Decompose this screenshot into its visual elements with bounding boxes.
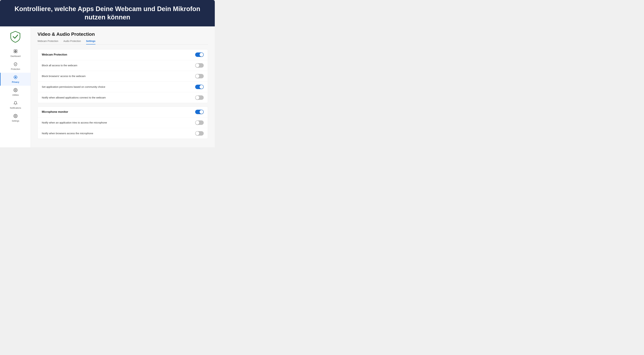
- svg-rect-1: [16, 50, 17, 51]
- protection-icon: [14, 62, 18, 67]
- microphone-monitor-label: Microphone monitor: [42, 110, 68, 113]
- shield-logo: [10, 31, 21, 42]
- top-banner: Kontrolliere, welche Apps Deine Webcam u…: [0, 0, 215, 26]
- webcam-section: Webcam Protection Block all access to th…: [38, 49, 208, 103]
- setting-row-webcam-protection: Webcam Protection: [38, 49, 208, 60]
- utilities-icon: [14, 88, 18, 93]
- notify-webcam-label: Notify when allowed applications connect…: [42, 96, 106, 99]
- main-content: Video & Audio Protection Webcam Protecti…: [31, 26, 215, 147]
- settings-icon: [14, 114, 18, 119]
- webcam-protection-toggle[interactable]: [195, 52, 204, 57]
- notify-browsers-mic-toggle[interactable]: [195, 131, 204, 136]
- block-all-webcam-toggle[interactable]: [195, 63, 204, 68]
- block-browsers-webcam-toggle[interactable]: [195, 74, 204, 78]
- setting-row-notify-webcam: Notify when allowed applications connect…: [38, 92, 208, 103]
- sidebar-item-dashboard[interactable]: Dashboard: [0, 47, 30, 60]
- sidebar-item-utilities[interactable]: Utilities: [0, 86, 30, 99]
- sidebar-item-settings[interactable]: Settings: [0, 112, 30, 124]
- svg-point-6: [15, 115, 16, 116]
- setting-row-microphone-monitor: Microphone monitor: [38, 107, 208, 117]
- setting-row-community-choice: Set application permissions based on com…: [38, 82, 208, 92]
- privacy-icon: [14, 75, 18, 80]
- sidebar-item-label: Dashboard: [10, 55, 21, 57]
- community-choice-label: Set application permissions based on com…: [42, 85, 105, 88]
- tab-settings[interactable]: Settings: [86, 40, 96, 44]
- microphone-section: Microphone monitor Notify when an applic…: [38, 106, 208, 139]
- notify-webcam-toggle[interactable]: [195, 95, 204, 100]
- community-choice-toggle[interactable]: [195, 85, 204, 89]
- app-container: Dashboard Protection Privacy: [0, 26, 215, 147]
- dashboard-icon: [14, 49, 18, 54]
- tab-audio-protection[interactable]: Audio Protection: [64, 40, 81, 44]
- webcam-protection-label: Webcam Protection: [42, 53, 67, 56]
- setting-row-notify-mic-access: Notify when an application tries to acce…: [38, 117, 208, 128]
- setting-row-notify-browsers-mic: Notify when browsers access the micropho…: [38, 128, 208, 139]
- tab-bar: Webcam Protection Audio Protection Setti…: [38, 40, 208, 44]
- notifications-icon: [14, 101, 18, 106]
- block-browsers-webcam-label: Block browsers' access to the webcam: [42, 75, 86, 77]
- block-all-webcam-label: Block all access to the webcam: [42, 64, 77, 67]
- sidebar-item-label: Settings: [12, 120, 19, 122]
- svg-rect-2: [14, 51, 15, 53]
- sidebar-item-protection[interactable]: Protection: [0, 60, 30, 73]
- svg-point-5: [15, 90, 16, 91]
- sidebar-item-privacy[interactable]: Privacy: [0, 73, 30, 86]
- microphone-monitor-toggle[interactable]: [195, 110, 204, 114]
- setting-row-block-all-webcam: Block all access to the webcam: [38, 60, 208, 71]
- svg-point-4: [15, 77, 16, 78]
- sidebar-item-label: Notifications: [10, 107, 21, 109]
- svg-rect-3: [16, 51, 17, 53]
- page-title: Video & Audio Protection: [38, 31, 208, 37]
- sidebar: Dashboard Protection Privacy: [0, 26, 31, 147]
- notify-mic-access-toggle[interactable]: [195, 120, 204, 125]
- setting-row-block-browsers-webcam: Block browsers' access to the webcam: [38, 71, 208, 82]
- sidebar-item-label: Protection: [11, 68, 20, 70]
- notify-browsers-mic-label: Notify when browsers access the micropho…: [42, 132, 93, 135]
- tab-webcam-protection[interactable]: Webcam Protection: [38, 40, 58, 44]
- notify-mic-access-label: Notify when an application tries to acce…: [42, 121, 107, 124]
- svg-rect-0: [14, 50, 15, 51]
- sidebar-item-label: Privacy: [12, 81, 19, 83]
- sidebar-item-notifications[interactable]: Notifications: [0, 99, 30, 112]
- logo-area: [8, 30, 22, 43]
- sidebar-item-label: Utilities: [12, 94, 19, 96]
